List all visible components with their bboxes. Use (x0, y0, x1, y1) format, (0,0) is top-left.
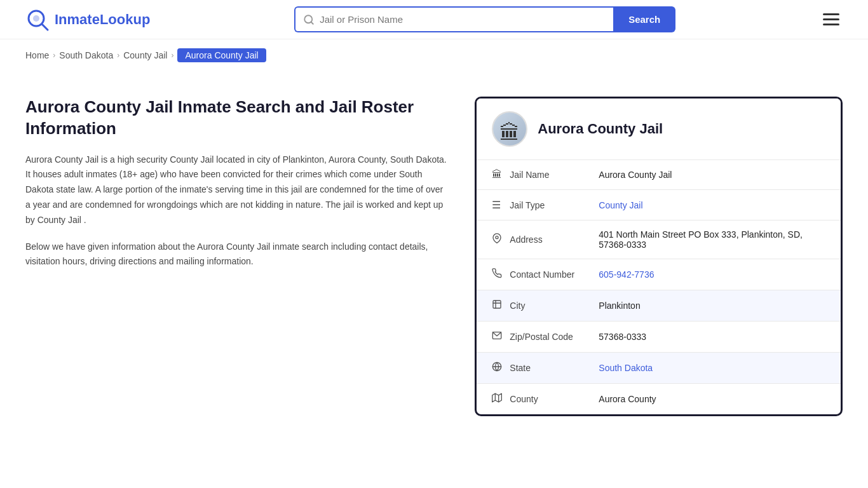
search-bar: Search (294, 6, 675, 32)
chevron-icon-1: › (53, 51, 55, 60)
row-label-zip: Zip/Postal Code (510, 332, 599, 342)
hamburger-line-1 (823, 13, 839, 15)
jail-building-image (493, 112, 526, 146)
row-label-county: County (510, 394, 599, 404)
table-row: State South Dakota (477, 353, 841, 384)
map-icon (492, 393, 510, 405)
list-icon: ☰ (492, 199, 510, 211)
table-row: County Aurora County (477, 384, 841, 414)
left-column: Aurora County Jail Inmate Search and Jai… (25, 97, 475, 416)
row-value-zip: 57368-0333 (599, 332, 825, 342)
table-row: Zip/Postal Code 57368-0333 (477, 322, 841, 353)
logo-link[interactable]: InmateLookup (25, 8, 150, 32)
svg-marker-10 (492, 393, 502, 402)
right-column: Aurora County Jail 🏛 Jail Name Aurora Co… (475, 97, 843, 416)
breadcrumb-current: Aurora County Jail (177, 48, 266, 62)
chevron-icon-2: › (117, 51, 119, 60)
pin-icon (492, 233, 510, 246)
row-value-address: 401 North Main Street PO Box 333, Planki… (599, 229, 825, 250)
table-row: City Plankinton (477, 290, 841, 322)
row-value-state: South Dakota (599, 363, 825, 373)
logo-text: InmateLookup (55, 11, 150, 28)
row-label-contact: Contact Number (510, 269, 599, 280)
row-label-address: Address (510, 234, 599, 245)
hamburger-menu[interactable] (820, 10, 843, 29)
jail-type-link[interactable]: County Jail (599, 200, 642, 210)
row-value-jail-name: Aurora County Jail (599, 170, 825, 180)
search-input-wrap (294, 6, 613, 32)
mail-icon (492, 330, 510, 343)
row-value-jail-type: County Jail (599, 200, 825, 210)
svg-line-4 (311, 22, 313, 24)
phone-icon (492, 268, 510, 281)
page-title: Aurora County Jail Inmate Search and Jai… (25, 97, 449, 140)
table-row: 🏛 Jail Name Aurora County Jail (477, 160, 841, 190)
svg-point-5 (496, 236, 498, 239)
row-label-city: City (510, 301, 599, 311)
search-icon (303, 14, 315, 25)
breadcrumb-type[interactable]: County Jail (123, 50, 167, 60)
logo-icon (25, 8, 50, 32)
page-desc-1: Aurora County Jail is a high security Co… (25, 152, 449, 228)
contact-number-link[interactable]: 605-942-7736 (599, 269, 654, 280)
row-value-contact: 605-942-7736 (599, 269, 825, 280)
breadcrumb-state[interactable]: South Dakota (59, 50, 113, 60)
city-icon (492, 299, 510, 312)
hamburger-line-2 (823, 18, 839, 20)
chevron-icon-3: › (171, 51, 173, 60)
info-card-title: Aurora County Jail (538, 121, 663, 137)
globe-icon (492, 362, 510, 374)
info-card-header: Aurora County Jail (477, 98, 841, 160)
breadcrumb: Home › South Dakota › County Jail › Auro… (0, 39, 868, 71)
breadcrumb-home[interactable]: Home (25, 50, 49, 60)
table-row: Address 401 North Main Street PO Box 333… (477, 220, 841, 259)
row-label-jail-name: Jail Name (510, 170, 599, 180)
search-input[interactable] (320, 8, 606, 31)
row-label-jail-type: Jail Type (510, 200, 599, 210)
state-link[interactable]: South Dakota (599, 363, 653, 373)
main-layout: Aurora County Jail Inmate Search and Jai… (0, 71, 868, 442)
table-row: Contact Number 605-942-7736 (477, 259, 841, 290)
table-row: ☰ Jail Type County Jail (477, 190, 841, 220)
search-button[interactable]: Search (613, 6, 675, 32)
row-label-state: State (510, 363, 599, 373)
row-value-city: Plankinton (599, 301, 825, 311)
site-header: InmateLookup Search (0, 0, 868, 39)
info-table: 🏛 Jail Name Aurora County Jail ☰ Jail Ty… (477, 160, 841, 414)
svg-rect-6 (493, 301, 501, 308)
hamburger-line-3 (823, 24, 839, 25)
building-icon: 🏛 (492, 169, 510, 180)
jail-avatar (492, 111, 527, 147)
row-value-county: Aurora County (599, 394, 825, 404)
page-desc-2: Below we have given information about th… (25, 240, 449, 270)
svg-line-1 (42, 24, 48, 30)
info-card: Aurora County Jail 🏛 Jail Name Aurora Co… (475, 97, 843, 416)
svg-point-2 (33, 15, 39, 22)
